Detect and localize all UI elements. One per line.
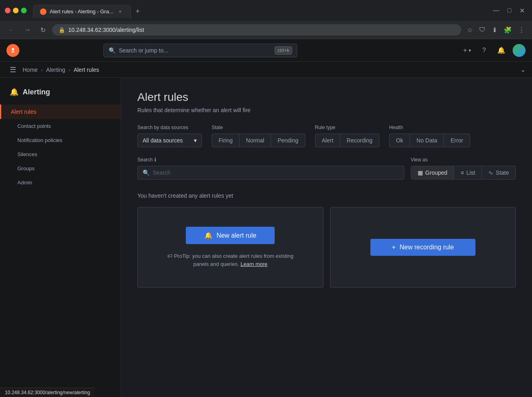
state-pending-btn[interactable]: Pending (271, 134, 305, 147)
list-icon: ≡ (461, 169, 464, 176)
sidebar-title: 🔔 Alerting (0, 88, 121, 104)
grouped-icon: ▦ (418, 169, 423, 176)
state-icon: ∿ (488, 169, 493, 176)
browser-max-btn[interactable] (21, 8, 27, 13)
learn-more-link[interactable]: Learn more (241, 261, 267, 267)
bell-icon: 🔔 (10, 88, 19, 96)
rule-type-btn-group: Alert Recording (315, 134, 380, 147)
nav-forward-btn[interactable]: → (21, 25, 34, 35)
address-bar[interactable]: 🔒 10.248.34.62:3000/alerting/list (52, 24, 461, 36)
datasource-select[interactable]: All data sources ▾ (137, 134, 202, 147)
health-ok-btn[interactable]: Ok (389, 134, 410, 147)
svg-rect-2 (12, 51, 14, 52)
new-alert-card: 🔔 New alert rule 🏷 ProTip: you can also … (137, 207, 324, 288)
add-panel-btn[interactable]: + ▾ (459, 44, 475, 56)
rule-type-filter-group: Rule type Alert Recording (315, 125, 380, 147)
breadcrumb-home[interactable]: Home (23, 67, 38, 73)
search-group: Search ℹ 🔍 (137, 157, 404, 180)
global-search[interactable]: 🔍 Search or jump to... ctrl+k (103, 44, 297, 57)
search-input[interactable] (153, 169, 399, 176)
tab-close-btn[interactable]: × (117, 8, 124, 15)
active-tab[interactable]: Alert rules - Alerting - Gra... × (33, 5, 131, 18)
bell-icon: 🔔 (204, 232, 212, 239)
nav-refresh-btn[interactable]: ↻ (37, 25, 49, 36)
shield-btn[interactable]: 🛡 (477, 24, 488, 36)
view-as-state-btn[interactable]: ∿ State (482, 166, 515, 179)
filter-section: Search by data sources All data sources … (137, 125, 516, 147)
state-btn-group: Firing Normal Pending (212, 134, 305, 147)
sidebar-item-contact-points[interactable]: Contact points (0, 119, 121, 133)
sidebar-item-silences[interactable]: Silences (0, 147, 121, 161)
state-normal-btn[interactable]: Normal (240, 134, 271, 147)
health-nodata-btn[interactable]: No Data (410, 134, 444, 147)
sidebar-item-admin[interactable]: Admin (0, 176, 121, 190)
breadcrumb: Home › Alerting › Alert rules (23, 67, 99, 73)
health-error-btn[interactable]: Error (444, 134, 469, 147)
health-btn-group: Ok No Data Error (389, 134, 470, 147)
state-label: State (212, 125, 305, 130)
health-label: Health (389, 125, 470, 130)
svg-point-1 (12, 48, 14, 50)
new-alert-rule-btn[interactable]: 🔔 New alert rule (186, 227, 275, 244)
cards-row: 🔔 New alert rule 🏷 ProTip: you can also … (137, 207, 516, 288)
notifications-bell-btn[interactable]: 🔔 (493, 44, 509, 56)
view-as-label: View as (411, 157, 516, 163)
svg-rect-3 (11, 52, 15, 52)
address-text: 10.248.34.62:3000/alerting/list (68, 27, 144, 33)
page-title: Alert rules (137, 91, 516, 104)
view-as-grouped-btn[interactable]: ▦ Grouped (411, 166, 454, 179)
browser-close-window[interactable]: ✕ (517, 4, 527, 17)
browser-min-btn[interactable] (13, 8, 19, 13)
sidebar-nav: Alert rules Contact points Notification … (0, 104, 121, 190)
menu-btn[interactable]: ⋮ (516, 24, 527, 36)
search-icon: 🔍 (109, 47, 116, 54)
sidebar-item-alert-rules[interactable]: Alert rules (0, 104, 121, 119)
sidebar-item-groups[interactable]: Groups (0, 161, 121, 176)
rule-type-label: Rule type (315, 125, 380, 130)
new-recording-card: + New recording rule (330, 207, 516, 288)
status-url: 10.248.34.62:3000/alerting/new/alerting (5, 390, 90, 395)
search-input-wrap: 🔍 (137, 166, 404, 180)
search-label: Search ℹ (137, 157, 404, 163)
rule-type-recording-btn[interactable]: Recording (340, 134, 379, 147)
tag-icon: 🏷 (167, 253, 172, 259)
nav-back-btn[interactable]: ← (5, 25, 18, 35)
status-bar: 10.248.34.62:3000/alerting/new/alerting (0, 388, 95, 397)
breadcrumb-current: Alert rules (74, 67, 99, 73)
user-avatar[interactable] (513, 44, 526, 57)
browser-maximize-window[interactable]: □ (505, 4, 514, 17)
rule-type-alert-btn[interactable]: Alert (315, 134, 341, 147)
tab-favicon (40, 8, 46, 15)
view-as-list-btn[interactable]: ≡ List (454, 166, 482, 179)
sidebar-item-notification-policies[interactable]: Notification policies (0, 133, 121, 147)
view-as-group: View as ▦ Grouped ≡ List ∿ State (411, 157, 516, 180)
search-view-row: Search ℹ 🔍 View as ▦ Grouped (137, 157, 516, 180)
sidebar-toggle-btn[interactable]: ☰ (6, 64, 19, 76)
new-recording-rule-btn[interactable]: + New recording rule (370, 239, 475, 256)
search-icon: 🔍 (143, 169, 149, 176)
state-firing-btn[interactable]: Firing (212, 134, 240, 147)
protip-text: 🏷 ProTip: you can also create alert rule… (166, 252, 295, 268)
download-btn[interactable]: ⬇ (490, 24, 500, 36)
search-info-icon[interactable]: ℹ (154, 157, 156, 163)
browser-minimize-window[interactable]: — (490, 4, 502, 17)
view-as-buttons: ▦ Grouped ≡ List ∿ State (411, 166, 516, 180)
breadcrumb-bar: ☰ Home › Alerting › Alert rules ⌄ (0, 62, 532, 78)
grafana-logo[interactable] (6, 44, 19, 57)
plus-icon: + (392, 244, 395, 251)
help-btn[interactable]: ? (478, 44, 490, 56)
new-tab-btn[interactable]: + (131, 5, 145, 18)
main-content: Alert rules Rules that determine whether… (121, 78, 532, 397)
datasource-filter-group: Search by data sources All data sources … (137, 125, 202, 147)
breadcrumb-sep-1: › (41, 67, 43, 73)
sidebar: 🔔 Alerting Alert rules Contact points No… (0, 78, 121, 397)
search-placeholder: Search or jump to... (119, 47, 168, 54)
extensions-btn[interactable]: 🧩 (501, 24, 514, 36)
browser-close-btn[interactable] (5, 8, 11, 13)
security-icon: 🔒 (59, 27, 65, 33)
breadcrumb-collapse-btn[interactable]: ⌄ (520, 66, 526, 73)
bookmark-btn[interactable]: ☆ (465, 24, 475, 36)
breadcrumb-alerting[interactable]: Alerting (46, 67, 65, 73)
state-filter-group: State Firing Normal Pending (212, 125, 305, 147)
health-filter-group: Health Ok No Data Error (389, 125, 470, 147)
